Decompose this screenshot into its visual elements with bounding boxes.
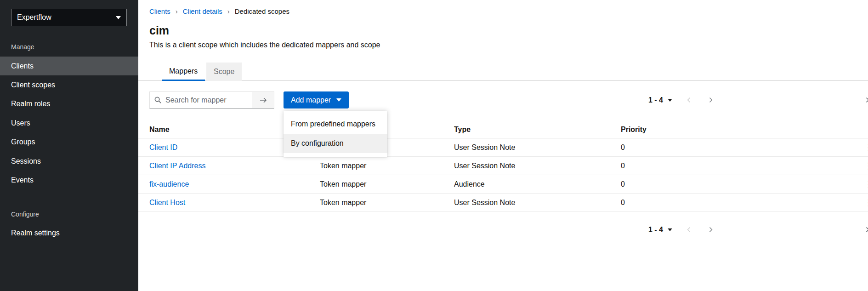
mapper-category: Token mapper bbox=[320, 194, 366, 212]
sidebar-item-sessions[interactable]: Sessions bbox=[0, 152, 138, 171]
add-mapper-button[interactable]: Add mapper bbox=[284, 91, 349, 108]
mapper-type: Audience bbox=[454, 175, 485, 194]
next-page-button[interactable] bbox=[708, 227, 714, 233]
add-mapper-menu: From predefined mappers By configuration bbox=[284, 111, 387, 157]
page-subtitle: This is a client scope which includes th… bbox=[149, 41, 380, 49]
sidebar-item-events[interactable]: Events bbox=[0, 171, 138, 189]
caret-down-icon bbox=[668, 99, 672, 102]
mapper-search bbox=[149, 91, 274, 108]
breadcrumb-separator-icon: › bbox=[227, 7, 230, 15]
pagination-edge-icon[interactable] bbox=[864, 227, 868, 233]
mapper-type: User Session Note bbox=[454, 138, 515, 157]
sidebar-item-groups[interactable]: Groups bbox=[0, 132, 138, 151]
kebab-menu-icon[interactable]: ⋮ bbox=[864, 175, 868, 194]
pagination-edge-icon[interactable] bbox=[864, 97, 868, 103]
kebab-menu-icon[interactable]: ⋮ bbox=[864, 157, 868, 175]
mapper-category: Token mapper bbox=[320, 157, 366, 175]
previous-page-button[interactable] bbox=[686, 227, 692, 233]
column-header-type: Type bbox=[454, 120, 471, 138]
pagination-top: 1 - 4 bbox=[648, 91, 714, 108]
tab-mappers-label: Mappers bbox=[169, 67, 198, 75]
sidebar-item-realm-roles[interactable]: Realm roles bbox=[0, 94, 138, 113]
search-input[interactable] bbox=[149, 91, 252, 108]
mapper-name-link[interactable]: Client ID bbox=[149, 138, 177, 157]
mapper-type: User Session Note bbox=[454, 194, 515, 212]
caret-down-icon bbox=[336, 98, 341, 102]
sidebar-item-users[interactable]: Users bbox=[0, 114, 138, 132]
page-title: cim bbox=[149, 24, 169, 37]
sidebar-item-realm-settings[interactable]: Realm settings bbox=[0, 223, 138, 242]
mapper-name-link[interactable]: Client Host bbox=[149, 194, 185, 212]
previous-page-button[interactable] bbox=[686, 97, 692, 103]
mapper-name-link[interactable]: Client IP Address bbox=[149, 157, 205, 175]
caret-down-icon bbox=[668, 228, 672, 231]
per-page-menu-toggle[interactable]: 1 - 4 bbox=[648, 96, 672, 104]
sidebar-item-client-scopes[interactable]: Client scopes bbox=[0, 75, 138, 94]
kebab-menu-icon[interactable]: ⋮ bbox=[864, 138, 868, 157]
mapper-priority: 0 bbox=[621, 138, 625, 157]
mappers-table-header: Name Type Priority bbox=[138, 120, 868, 138]
mapper-priority: 0 bbox=[621, 194, 625, 212]
arrow-right-icon bbox=[260, 97, 267, 103]
caret-down-icon bbox=[116, 16, 121, 19]
table-row: Client Host Token mapper User Session No… bbox=[138, 194, 868, 212]
sidebar-section-manage-title: Manage bbox=[11, 43, 34, 51]
breadcrumb-clients-link[interactable]: Clients bbox=[149, 7, 170, 15]
realm-selector[interactable]: Expertflow bbox=[11, 9, 127, 26]
pagination-nav bbox=[686, 227, 714, 233]
next-page-button[interactable] bbox=[708, 97, 714, 103]
column-header-priority: Priority bbox=[621, 120, 647, 138]
menu-item-from-predefined-mappers[interactable]: From predefined mappers bbox=[284, 114, 387, 134]
table-row: Client ID Token mapper User Session Note… bbox=[138, 138, 868, 157]
pagination-range: 1 - 4 bbox=[648, 226, 663, 234]
mapper-priority: 0 bbox=[621, 157, 625, 175]
breadcrumb: Clients › Client details › Dedicated sco… bbox=[149, 7, 289, 15]
search-submit-button[interactable] bbox=[252, 91, 274, 108]
breadcrumb-separator-icon: › bbox=[176, 7, 178, 15]
pagination-range: 1 - 4 bbox=[648, 96, 663, 104]
kebab-menu-icon[interactable]: ⋮ bbox=[864, 194, 868, 212]
tab-mappers[interactable]: Mappers bbox=[162, 63, 205, 81]
mapper-name-link[interactable]: fix-audience bbox=[149, 175, 189, 194]
pagination-nav bbox=[686, 97, 714, 103]
sidebar-item-clients[interactable]: Clients bbox=[0, 57, 138, 75]
menu-item-by-configuration[interactable]: By configuration bbox=[284, 134, 387, 153]
mapper-type: User Session Note bbox=[454, 157, 515, 175]
mapper-priority: 0 bbox=[621, 175, 625, 194]
realm-selector-label: Expertflow bbox=[17, 13, 51, 22]
tab-scope[interactable]: Scope bbox=[206, 63, 242, 81]
pagination-bottom: 1 - 4 bbox=[648, 221, 714, 238]
table-row: fix-audience Token mapper Audience 0 ⋮ bbox=[138, 175, 868, 194]
table-row: Client IP Address Token mapper User Sess… bbox=[138, 157, 868, 175]
sidebar: Expertflow Manage Clients Client scopes … bbox=[0, 0, 138, 291]
tab-bar: Mappers Scope bbox=[138, 63, 868, 81]
tab-scope-label: Scope bbox=[214, 68, 234, 76]
column-header-name: Name bbox=[149, 120, 170, 138]
main-content: Clients › Client details › Dedicated sco… bbox=[138, 0, 868, 291]
search-box bbox=[149, 91, 252, 108]
per-page-menu-toggle[interactable]: 1 - 4 bbox=[648, 226, 672, 234]
breadcrumb-current-page: Dedicated scopes bbox=[235, 7, 289, 15]
sidebar-section-configure-title: Configure bbox=[11, 211, 39, 218]
keycloak-admin-console: Expertflow Manage Clients Client scopes … bbox=[0, 0, 868, 291]
add-mapper-label: Add mapper bbox=[291, 96, 331, 104]
mapper-category: Token mapper bbox=[320, 175, 366, 194]
breadcrumb-client-details-link[interactable]: Client details bbox=[183, 7, 222, 15]
